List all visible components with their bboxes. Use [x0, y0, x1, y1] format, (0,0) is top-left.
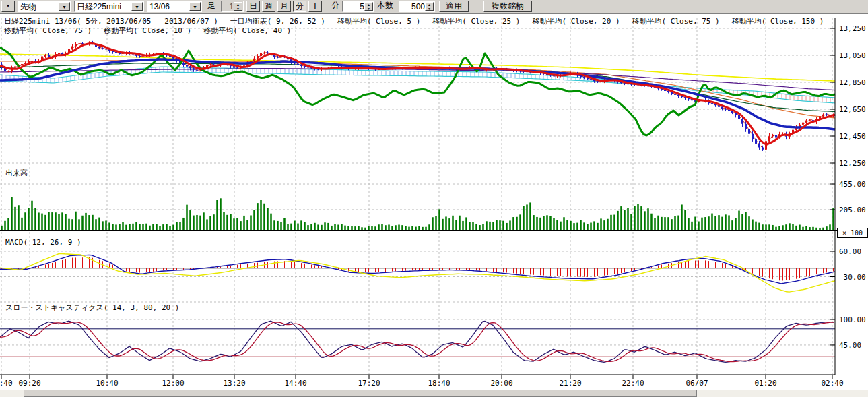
chevron-down-icon[interactable]: ▼ [59, 2, 70, 11]
spinner-icon[interactable]: ▲▼ [234, 2, 242, 11]
chevron-down-icon[interactable]: ▼ [189, 2, 201, 11]
y-axis-label: 12,450 [839, 132, 866, 141]
time-axis-label: 10:40 [92, 379, 122, 388]
time-axis-label: 12:00 [158, 379, 188, 388]
chart-canvas [0, 14, 868, 389]
count-stepper[interactable]: 500 ▲▼ [399, 1, 435, 12]
volume-multiplier-badge: × 100 [837, 228, 868, 238]
y-axis-label: 100.00 [839, 315, 866, 324]
y-axis-label: 13,250 [839, 24, 866, 33]
symbol-value: 日経225mini [77, 2, 121, 12]
contract-combobox[interactable]: 13/06 ▼ [147, 1, 202, 12]
y-axis-label: 12,850 [839, 78, 866, 87]
mini-dropdown-button[interactable]: ▼ [1, 1, 15, 12]
bar-label: 足 [207, 1, 215, 12]
legend-item: 日経225mini 13/06( 5分, 2013/06/05 - 2013/0… [4, 16, 218, 26]
minute-label: 分 [331, 1, 339, 12]
category-combobox[interactable]: 先物 ▼ [18, 1, 71, 12]
time-axis-label: 02:40 [817, 379, 847, 388]
y-axis-label: 60.00 [839, 247, 861, 256]
category-value: 先物 [20, 2, 36, 12]
legend-item: 移動平均( Close, 20 ) [532, 16, 620, 26]
y-axis-label: 12,650 [839, 105, 866, 114]
multi-symbol-button[interactable]: 複数銘柄 [483, 1, 532, 12]
time-axis-label: 18:40 [424, 379, 454, 388]
time-axis-label: 09:20 [15, 379, 44, 388]
macd-panel-title: MACD( 12, 26, 9 ) [5, 238, 81, 247]
y-axis-label: 13,050 [839, 51, 866, 60]
horizontal-scrollbar[interactable] [0, 390, 868, 397]
contract-value: 13/06 [149, 2, 170, 12]
legend-item: 移動平均( Close, 10 ) [104, 26, 191, 36]
legend-item: 移動平均( Close, 150 ) [732, 16, 824, 26]
y-axis-label: 205.00 [839, 206, 866, 214]
legend-line-1: 日経225mini 13/06( 5分, 2013/06/05 - 2013/0… [4, 16, 824, 26]
period-minute-button[interactable]: 分 [293, 1, 306, 12]
period-day-button[interactable]: 日 [246, 1, 260, 12]
minute-stepper[interactable]: 5 ▲▼ [342, 1, 374, 12]
spinner-icon[interactable]: ▲▼ [425, 2, 434, 11]
time-axis-label: 14:40 [281, 379, 310, 388]
legend-item: 移動平均( Close, 25 ) [432, 16, 520, 26]
time-axis-label: 01:20 [751, 379, 780, 388]
y-axis-label: -30.00 [839, 273, 866, 282]
legend-item: 一目均衡表( 9, 26, 52 ) [230, 16, 325, 26]
time-axis-label: 02:40 [0, 379, 16, 388]
legend-item: 移動平均( Close, 75 ) [632, 16, 720, 26]
time-axis-label: 13:20 [220, 379, 249, 388]
apply-button[interactable]: 適用 [439, 1, 469, 12]
toolbar: ▼ 先物 ▼ 日経225mini ▼ 13/06 ▼ 足 1 ▲▼ 日 週 月 … [0, 0, 868, 14]
legend-line-2: 移動平均( Close, 75 )移動平均( Close, 10 )移動平均( … [4, 26, 291, 36]
period-tick-button[interactable]: T [308, 1, 322, 12]
legend-item: 移動平均( Close, 75 ) [4, 26, 92, 36]
symbol-combobox[interactable]: 日経225mini ▼ [74, 1, 144, 12]
y-axis-label: 12,250 [839, 159, 866, 168]
time-axis-label: 22:40 [618, 379, 648, 388]
y-axis-label: 45.00 [839, 341, 861, 350]
stoch-panel-title: スロー・ストキャスティクス( 14, 3, 80, 20 ) [5, 303, 179, 313]
bar-count-value: 1 [229, 2, 234, 12]
scrollbar-thumb[interactable] [24, 390, 697, 397]
spinner-icon[interactable]: ▲▼ [364, 2, 373, 11]
count-value: 500 [411, 2, 425, 12]
period-month-button[interactable]: 月 [277, 1, 291, 12]
period-week-button[interactable]: 週 [262, 1, 275, 12]
legend-item: 移動平均( Close, 40 ) [203, 26, 291, 36]
chevron-down-icon[interactable]: ▼ [131, 2, 143, 11]
time-axis-label: 06/07 [682, 379, 712, 388]
count-label: 本数 [377, 1, 393, 12]
time-axis-label: 21:20 [556, 379, 585, 388]
legend-item: 移動平均( Close, 5 ) [337, 16, 420, 26]
time-axis-label: 20:00 [487, 379, 516, 388]
minute-value: 5 [360, 2, 364, 12]
y-axis-label: 455.00 [839, 180, 866, 189]
chart-area: 日経225mini 13/06( 5分, 2013/06/05 - 2013/0… [0, 14, 868, 389]
volume-panel-title: 出来高 [5, 168, 28, 178]
time-axis-label: 17:20 [354, 379, 384, 388]
bar-count-stepper[interactable]: 1 ▲▼ [221, 1, 244, 12]
